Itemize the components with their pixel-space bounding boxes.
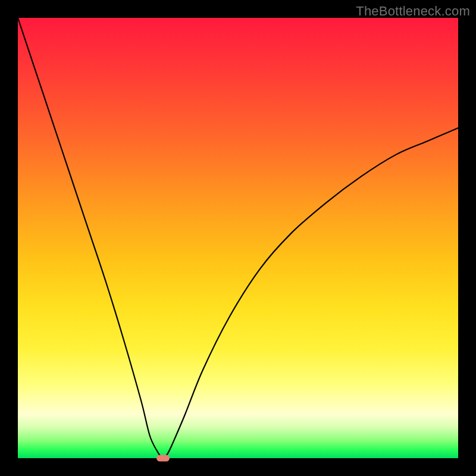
watermark-text: TheBottleneck.com xyxy=(356,4,470,19)
chart-frame: TheBottleneck.com xyxy=(0,0,476,476)
bottleneck-curve xyxy=(18,18,458,458)
curve-svg xyxy=(18,18,458,458)
plot-area xyxy=(18,18,458,458)
optimal-point-marker xyxy=(156,455,170,462)
